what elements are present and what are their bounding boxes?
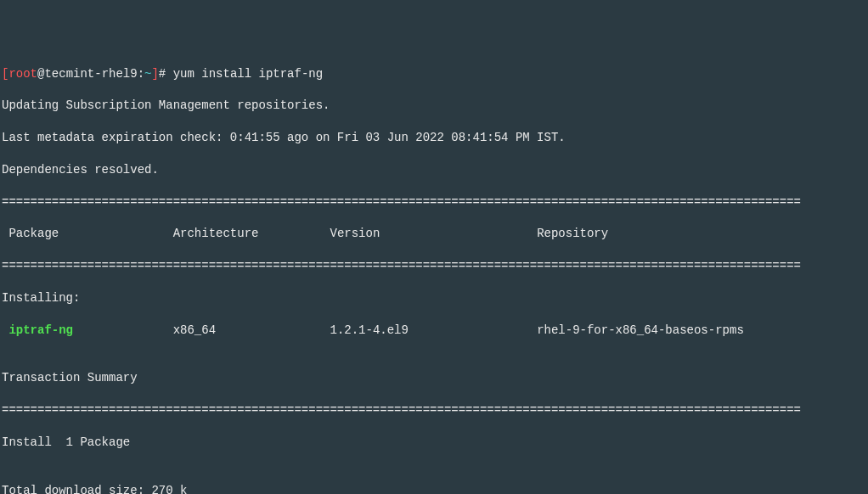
header-version: Version [330,227,380,240]
header-package: Package [2,227,59,240]
package-repo: rhel-9-for-x86_64-baseos-rpms [537,323,744,337]
output-line: Last metadata expiration check: 0:41:55 … [2,130,866,146]
package-version: 1.2.1-4.el9 [330,323,408,337]
command-text: yum install iptraf-ng [173,67,323,81]
output-line: Dependencies resolved. [2,162,866,178]
installing-label: Installing: [2,290,866,306]
separator: ========================================… [2,402,866,418]
install-count: Install 1 Package [2,435,866,451]
transaction-summary: Transaction Summary [2,370,866,386]
header-repo: Repository [537,227,608,240]
prompt-user: root [8,67,37,81]
prompt-host: tecmint-rhel9 [44,67,137,81]
prompt-colon: : [138,67,144,81]
separator: ========================================… [2,258,866,274]
prompt-line[interactable]: [root@tecmint-rhel9:~]# yum install iptr… [2,66,866,82]
package-arch: x86_64 [173,323,216,337]
package-name: iptraf-ng [2,323,73,337]
prompt-bracket-close: ] [151,67,158,81]
output-line: Updating Subscription Management reposit… [2,98,866,114]
header-arch: Architecture [173,227,259,240]
separator: ========================================… [2,194,866,211]
package-row: iptraf-ng x86_64 1.2.1-4.el9 rhel-9-for-… [2,323,866,339]
download-size: Total download size: 270 k [2,483,866,494]
table-header: Package Architecture Version Repository [2,226,866,242]
prompt-symbol: # [159,67,166,81]
